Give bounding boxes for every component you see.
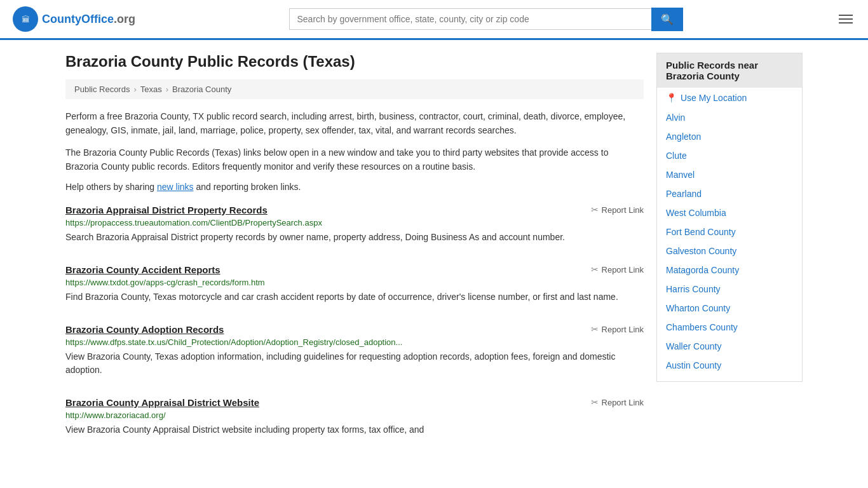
sidebar-link-9[interactable]: Harris County	[666, 284, 721, 294]
sidebar-link-1[interactable]: Angleton	[666, 132, 701, 142]
record-entry: Brazoria County Adoption Records ✂ Repor…	[65, 324, 644, 383]
page-title: Brazoria County Public Records (Texas)	[65, 53, 644, 71]
sidebar-item-8[interactable]: Matagorda County	[657, 261, 802, 280]
sidebar-item-2[interactable]: Clute	[657, 146, 802, 165]
record-entry: Brazoria County Appraisal District Websi…	[65, 397, 644, 443]
sidebar-item-5[interactable]: West Columbia	[657, 203, 802, 222]
svg-text:🏛: 🏛	[22, 15, 30, 24]
record-title-1[interactable]: Brazoria County Accident Reports	[65, 264, 220, 275]
sidebar-item-6[interactable]: Fort Bend County	[657, 222, 802, 241]
report-link-btn-3[interactable]: ✂ Report Link	[591, 397, 644, 407]
record-desc-3: View Brazoria County Appraisal District …	[65, 423, 644, 437]
intro-paragraph-2: The Brazoria County Public Records (Texa…	[65, 146, 644, 174]
new-links-link[interactable]: new links	[157, 182, 194, 192]
sidebar-item-7[interactable]: Galveston County	[657, 241, 802, 261]
record-title-3[interactable]: Brazoria County Appraisal District Websi…	[65, 397, 259, 408]
logo-icon: 🏛	[13, 6, 38, 32]
report-icon-2: ✂	[591, 324, 599, 334]
sidebar-item-1[interactable]: Angleton	[657, 127, 802, 146]
record-title-0[interactable]: Brazoria Appraisal District Property Rec…	[65, 205, 268, 215]
sidebar-link-10[interactable]: Wharton County	[666, 303, 730, 313]
use-my-location-link[interactable]: Use My Location	[681, 93, 747, 103]
location-pin-icon: 📍	[666, 93, 677, 103]
sidebar-item-11[interactable]: Chambers County	[657, 318, 802, 337]
sidebar-link-0[interactable]: Alvin	[666, 112, 685, 123]
sidebar: Public Records near Brazoria County 📍 Us…	[656, 53, 803, 457]
breadcrumb-brazoria-county[interactable]: Brazoria County	[172, 85, 231, 94]
record-url-0[interactable]: https://propaccess.trueautomation.com/Cl…	[65, 218, 644, 227]
sidebar-title: Public Records near Brazoria County	[657, 53, 802, 88]
report-icon-3: ✂	[591, 397, 599, 407]
search-bar: 🔍	[289, 8, 683, 31]
menu-button[interactable]	[836, 12, 855, 26]
logo[interactable]: 🏛 CountyOffice.org	[13, 6, 135, 32]
sidebar-link-13[interactable]: Austin County	[666, 360, 721, 370]
logo-text: CountyOffice.org	[42, 13, 135, 26]
sidebar-item-13[interactable]: Austin County	[657, 356, 802, 375]
search-input[interactable]	[289, 8, 651, 30]
sidebar-link-6[interactable]: Fort Bend County	[666, 227, 736, 237]
menu-icon	[839, 18, 853, 20]
sidebar-item-0[interactable]: Alvin	[657, 108, 802, 127]
record-entry: Brazoria County Accident Reports ✂ Repor…	[65, 264, 644, 310]
sidebar-link-5[interactable]: West Columbia	[666, 208, 726, 218]
sharing-text: Help others by sharing new links and rep…	[65, 182, 644, 192]
main-content: Brazoria County Public Records (Texas) P…	[65, 53, 644, 457]
record-entry: Brazoria Appraisal District Property Rec…	[65, 205, 644, 250]
report-icon-1: ✂	[591, 264, 599, 274]
report-link-btn-2[interactable]: ✂ Report Link	[591, 324, 644, 334]
record-desc-2: View Brazoria County, Texas adoption inf…	[65, 350, 644, 377]
record-desc-1: Find Brazoria County, Texas motorcycle a…	[65, 290, 644, 304]
sidebar-item-3[interactable]: Manvel	[657, 165, 802, 184]
sidebar-item-12[interactable]: Waller County	[657, 337, 802, 356]
sidebar-link-2[interactable]: Clute	[666, 151, 687, 161]
sidebar-link-8[interactable]: Matagorda County	[666, 265, 739, 275]
search-icon: 🔍	[661, 14, 674, 25]
intro-paragraph-1: Perform a free Brazoria County, TX publi…	[65, 109, 644, 138]
record-desc-0: Search Brazoria Appraisal District prope…	[65, 231, 644, 244]
sidebar-link-3[interactable]: Manvel	[666, 170, 695, 180]
sidebar-link-4[interactable]: Pearland	[666, 189, 702, 199]
breadcrumb-texas[interactable]: Texas	[140, 85, 162, 94]
record-title-2[interactable]: Brazoria County Adoption Records	[65, 324, 224, 335]
breadcrumb-public-records[interactable]: Public Records	[74, 85, 130, 94]
sidebar-item-4[interactable]: Pearland	[657, 184, 802, 203]
menu-icon	[839, 15, 853, 16]
sidebar-item-9[interactable]: Harris County	[657, 280, 802, 299]
record-url-3[interactable]: http://www.brazoriacad.org/	[65, 410, 644, 420]
report-link-btn-1[interactable]: ✂ Report Link	[591, 264, 644, 274]
records-list: Brazoria Appraisal District Property Rec…	[65, 205, 644, 443]
record-url-2[interactable]: https://www.dfps.state.tx.us/Child_Prote…	[65, 337, 644, 347]
sidebar-link-12[interactable]: Waller County	[666, 341, 721, 351]
use-location[interactable]: 📍 Use My Location	[657, 88, 802, 108]
sidebar-link-11[interactable]: Chambers County	[666, 322, 738, 332]
sidebar-box: Public Records near Brazoria County 📍 Us…	[656, 53, 803, 382]
breadcrumb: Public Records › Texas › Brazoria County	[65, 79, 644, 99]
report-icon-0: ✂	[591, 205, 599, 215]
report-link-btn-0[interactable]: ✂ Report Link	[591, 205, 644, 215]
record-url-1[interactable]: https://www.txdot.gov/apps-cg/crash_reco…	[65, 278, 644, 287]
search-button[interactable]: 🔍	[651, 8, 683, 31]
sidebar-link-7[interactable]: Galveston County	[666, 246, 736, 256]
sidebar-item-10[interactable]: Wharton County	[657, 299, 802, 318]
menu-icon	[839, 22, 853, 24]
sidebar-nearby-list: AlvinAngletonCluteManvelPearlandWest Col…	[657, 108, 802, 375]
